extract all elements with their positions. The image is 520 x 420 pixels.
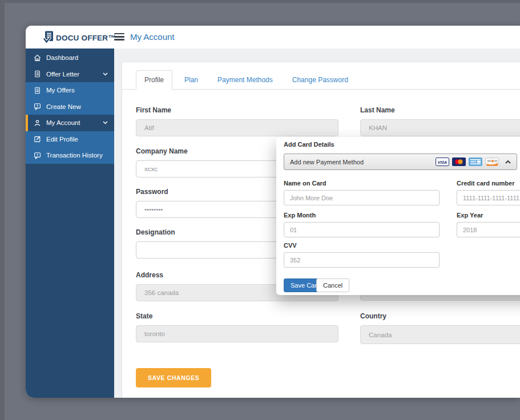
last-name-field[interactable] [360,119,520,136]
page-title: My Account [130,32,175,42]
comment-icon [34,103,41,110]
last-name-label: Last Name [360,106,520,114]
chevron-down-icon [103,72,108,76]
tab-payment-methods[interactable]: Payment Methods [210,71,280,89]
first-name-field[interactable] [136,119,338,136]
sidebar-item-my-offers[interactable]: My Offers [26,82,114,99]
sidebar-item-label: Offer Letter [46,71,79,78]
modal-title: Add Card Details [284,141,334,148]
home-icon [34,54,41,62]
card-number-group: Credit card number [457,180,520,205]
sidebar-item-label: Transaction History [46,152,103,159]
accordion-label: Add new Payment Method [290,159,364,165]
app-logo-text: DOCU OFFER™ [56,34,116,42]
mastercard-icon [452,158,466,166]
sidebar-item-label: Dashboard [46,54,78,61]
cvv-label: CVV [284,242,440,249]
country-label: Country [360,312,520,320]
tab-plan[interactable]: Plan [177,71,205,89]
desktop-edge-top [0,0,520,3]
exp-year-group: Exp Year [457,212,520,237]
sidebar-item-offer-letter[interactable]: Offer Letter [26,66,114,83]
sidebar-item-transaction-history[interactable]: Transaction History [26,147,114,164]
app-header: DOCU OFFER™ My Account [26,26,520,49]
cancel-button[interactable]: Cancel [316,278,349,292]
sidebar-item-dashboard[interactable]: Dashboard [26,50,114,66]
chevron-up-icon [505,160,511,164]
card-number-field[interactable] [457,190,520,205]
exp-month-field[interactable] [284,222,440,237]
exp-month-label: Exp Month [284,212,440,219]
first-name-label: First Name [136,106,338,114]
cvv-field[interactable] [284,252,440,268]
add-payment-method-accordion[interactable]: Add new Payment Method VISA [284,154,517,170]
discover-icon [485,158,499,166]
state-group: State [136,312,338,342]
visa-icon: VISA [436,158,449,166]
sidebar-item-label: My Account [46,119,80,126]
exp-year-label: Exp Year [457,212,520,219]
name-on-card-label: Name on Card [284,180,440,187]
country-group: Country [360,312,520,344]
cvv-group: CVV [284,242,440,268]
sidebar-item-label: Edit Profile [46,136,78,143]
svg-text:VISA: VISA [438,160,447,164]
exp-year-field[interactable] [457,222,520,237]
desktop-edge-left [0,0,5,420]
sidebar-item-edit-profile[interactable]: Edit Profile [26,131,114,148]
docu-offer-logo-icon [43,31,54,45]
menu-toggle-icon[interactable] [114,33,124,41]
sidebar-item-label: Create New [46,103,81,110]
tab-profile[interactable]: Profile [136,70,172,90]
sidebar-item-create-new[interactable]: Create New [26,99,114,115]
sidebar-item-label: My Offers [46,87,75,94]
name-on-card-group: Name on Card [284,180,440,205]
desktop-background: DOCU OFFER™ My Account Dashboard [0,0,520,420]
amex-icon [469,158,482,166]
card-brand-icons: VISA [436,158,511,166]
exp-month-group: Exp Month [284,212,440,237]
first-name-group: First Name [136,106,338,136]
chevron-down-icon [103,121,108,124]
state-field[interactable] [136,325,338,342]
name-on-card-field[interactable] [284,190,440,205]
save-changes-button[interactable]: SAVE CHANGES [136,368,211,387]
tab-bar: Profile Plan Payment Methods Change Pass… [122,71,520,90]
card-number-label: Credit card number [457,180,520,187]
sidebar: Dashboard Offer Letter [26,49,114,398]
tab-change-password[interactable]: Change Password [285,71,356,89]
state-label: State [136,312,338,320]
edit-icon [34,135,41,143]
last-name-group: Last Name [360,106,520,136]
document-icon [34,70,41,78]
user-icon [34,119,41,127]
comment-icon [34,152,41,159]
country-field[interactable] [360,325,520,344]
add-card-modal: Add Card Details Add new Payment Method … [276,137,520,295]
sidebar-item-my-account[interactable]: My Account [26,115,114,131]
app-logo[interactable]: DOCU OFFER™ [43,31,116,45]
document-icon [34,87,41,94]
